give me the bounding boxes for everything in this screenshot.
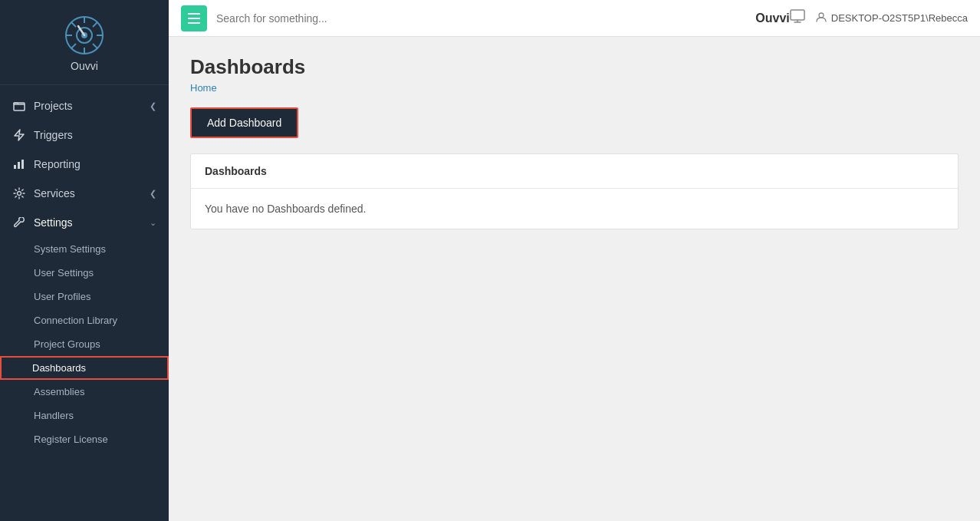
chart-icon — [12, 157, 26, 171]
sidebar-item-user-profiles-label: User Profiles — [34, 291, 90, 302]
sidebar-item-system-settings[interactable]: System Settings — [0, 237, 169, 261]
sidebar-item-triggers-label: Triggers — [34, 129, 73, 141]
main-content: Ouvvi DESKTOP-O2ST5P1\Rebecca Dashboards… — [169, 0, 980, 521]
page-area: Dashboards Home Add Dashboard Dashboards… — [169, 37, 980, 521]
sidebar-item-system-settings-label: System Settings — [34, 243, 106, 255]
svg-rect-13 — [18, 162, 20, 169]
sidebar-logo: Ouvvi — [0, 0, 169, 85]
app-logo-icon — [64, 15, 104, 55]
no-dashboards-message: You have no Dashboards defined. — [205, 203, 366, 215]
settings-chevron-icon: ⌄ — [150, 218, 156, 228]
add-dashboard-button[interactable]: Add Dashboard — [190, 107, 298, 138]
sidebar-item-projects-label: Projects — [34, 100, 73, 112]
sidebar-item-user-profiles[interactable]: User Profiles — [0, 285, 169, 308]
sidebar-item-project-groups-label: Project Groups — [34, 338, 100, 350]
sidebar-item-user-settings-label: User Settings — [34, 267, 94, 279]
sidebar-item-assemblies[interactable]: Assemblies — [0, 380, 169, 404]
svg-point-17 — [819, 13, 824, 18]
page-title: Dashboards — [190, 55, 959, 79]
dashboards-panel: Dashboards You have no Dashboards define… — [190, 153, 959, 229]
services-chevron-icon: ❮ — [150, 189, 156, 199]
sidebar-item-user-settings[interactable]: User Settings — [0, 261, 169, 285]
projects-chevron-icon: ❮ — [150, 101, 156, 111]
sidebar-item-connection-library[interactable]: Connection Library — [0, 308, 169, 332]
menu-toggle-button[interactable] — [181, 5, 207, 31]
sidebar-item-triggers[interactable]: Triggers — [0, 120, 169, 150]
sidebar: Ouvvi Projects ❮ Triggers Reporting — [0, 0, 169, 521]
search-input[interactable] — [216, 12, 755, 25]
sidebar-item-handlers[interactable]: Handlers — [0, 404, 169, 427]
sidebar-nav: Projects ❮ Triggers Reporting Services ❮ — [0, 85, 169, 521]
sidebar-item-dashboards-label: Dashboards — [32, 362, 86, 374]
sidebar-item-services-label: Services — [34, 187, 75, 199]
svg-line-8 — [93, 22, 97, 27]
dashboards-panel-body: You have no Dashboards defined. — [191, 189, 958, 229]
sidebar-item-assemblies-label: Assemblies — [34, 386, 84, 397]
sidebar-item-register-license-label: Register License — [34, 434, 108, 445]
sidebar-app-name: Ouvvi — [71, 60, 98, 72]
wrench-icon — [12, 216, 26, 229]
gear-cog-icon — [12, 186, 26, 200]
hamburger-icon — [188, 13, 200, 24]
sidebar-item-projects[interactable]: Projects ❮ — [0, 91, 169, 120]
monitor-icon — [790, 9, 805, 27]
topbar-username: DESKTOP-O2ST5P1\Rebecca — [831, 12, 968, 24]
sidebar-item-settings[interactable]: Settings ⌄ — [0, 208, 169, 237]
svg-line-9 — [71, 44, 76, 48]
folder-icon — [12, 99, 26, 113]
svg-point-15 — [18, 192, 21, 196]
sidebar-item-project-groups[interactable]: Project Groups — [0, 332, 169, 356]
sidebar-item-settings-label: Settings — [34, 216, 73, 229]
topbar-right: DESKTOP-O2ST5P1\Rebecca — [790, 9, 968, 27]
sidebar-item-handlers-label: Handlers — [34, 410, 74, 421]
svg-line-6 — [71, 22, 76, 27]
bolt-icon — [12, 128, 26, 142]
svg-rect-14 — [21, 160, 24, 169]
dashboards-panel-header: Dashboards — [191, 154, 958, 189]
sidebar-item-reporting[interactable]: Reporting — [0, 150, 169, 179]
topbar-user: DESKTOP-O2ST5P1\Rebecca — [816, 12, 968, 25]
user-icon — [816, 12, 827, 25]
topbar: Ouvvi DESKTOP-O2ST5P1\Rebecca — [169, 0, 980, 37]
sidebar-item-services[interactable]: Services ❮ — [0, 179, 169, 208]
sidebar-item-dashboards[interactable]: Dashboards — [0, 356, 169, 380]
sidebar-item-connection-library-label: Connection Library — [34, 315, 117, 326]
svg-rect-16 — [791, 10, 804, 20]
topbar-title: Ouvvi — [755, 12, 789, 25]
breadcrumb[interactable]: Home — [190, 82, 959, 94]
sidebar-item-register-license[interactable]: Register License — [0, 427, 169, 451]
sidebar-item-reporting-label: Reporting — [34, 158, 81, 170]
svg-line-7 — [93, 44, 97, 48]
svg-rect-12 — [14, 165, 16, 169]
